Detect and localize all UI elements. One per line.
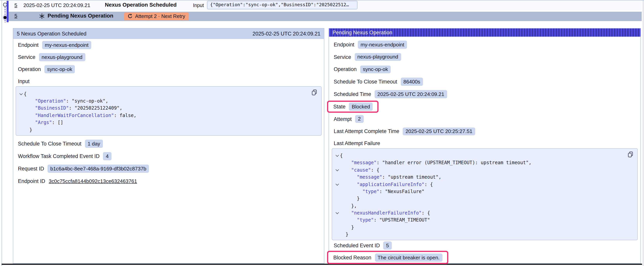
code-text: } [340,225,354,230]
code-text: } [24,127,32,132]
attempt-badge-label: Attempt 2 · Next Retry [135,13,185,19]
field-service: Service nexus-playground [18,51,319,63]
field-value-chip: 2025-02-25 UTC 20:25:27.51 [403,127,475,135]
code-gutter [334,155,340,156]
collapse-chevron-icon[interactable] [336,182,338,185]
code-text: "BusinessID": "20250225122409", [24,106,122,111]
field-value-chip: 2 [355,115,364,123]
bottom-divider [2,264,642,265]
field-service: Service nexus-playground [334,51,636,63]
state-highlight-box: State Blocked [327,101,378,113]
code-line: { [334,152,634,159]
copy-button[interactable] [628,151,633,158]
copy-icon [312,90,317,96]
code-gutter [334,169,340,171]
field-label: State [333,104,346,110]
code-gutter [18,93,24,95]
code-line: } [18,126,318,133]
code-text: } [340,232,348,237]
field-value-chip: b1c6a4bc-8ee7-468a-9169-df3b02c8737b [48,165,149,173]
collapse-chevron-icon[interactable] [336,154,338,157]
field-label: Operation [18,66,41,72]
code-text: "applicationFailureInfo": { [340,182,433,187]
field-label: Scheduled Time [334,91,371,97]
pending-panel-header: Pending Nexus Operation [329,28,640,37]
left-border [2,0,2,266]
code-text: { [24,91,26,97]
field-value-chip: 86400s [401,78,423,86]
copy-button[interactable] [312,90,317,96]
json-viewer-failure: { "message": "handler error (UPSTREAM_TI… [332,148,638,240]
field-value-chip: 5 [384,241,392,249]
attempt-badge: Attempt 2 · Next Retry [124,12,189,20]
field-label: Request ID [18,166,44,172]
code-line: "type": "NexusFailure" [334,188,634,195]
field-label: Workflow Task Completed Event ID [18,153,100,159]
asterisk-icon [39,13,45,19]
code-text: }, [340,203,357,208]
event-row-scheduled[interactable]: 5 2025-02-25 UTC 20:24:09.21 Nexus Opera… [8,1,642,10]
field-value-chip: 1 day [85,140,103,148]
code-text: "type": "NexusFailure" [340,189,424,194]
code-text: "cause": { [340,167,379,173]
field-value-chip: sync-op-ok [360,65,391,73]
field-blocked-reason: Blocked Reason The circuit breaker is op… [334,251,636,264]
code-line: { [18,90,318,98]
event-title: Nexus Operation Scheduled [105,2,176,8]
field-endpoint: Endpoint my-nexus-endpoint [334,39,636,51]
copy-icon [628,151,633,158]
collapse-chevron-icon[interactable] [336,211,338,214]
pending-panel-body: Endpoint my-nexus-endpoint Service nexus… [329,39,640,264]
pending-operation-panel: Pending Nexus Operation Endpoint my-nexu… [329,28,641,264]
scheduled-panel-body: Endpoint my-nexus-endpoint Service nexus… [13,39,324,188]
failure-section-label: Last Attempt Failure [334,138,636,148]
field-endpoint: Endpoint my-nexus-endpoint [18,39,319,51]
code-line: "nexusHandlerFailureInfo": { [334,209,634,217]
scrollbar-track[interactable] [643,1,644,266]
code-line: "type": "UPSTREAM_TIMEOUT" [334,217,634,224]
code-text: "Operation": "sync-op-ok", [24,98,108,104]
field-workflow-task-completed-event-id: Workflow Task Completed Event ID 4 [18,150,319,162]
top-border [0,0,644,1]
json-viewer-input: { "Operation": "sync-op-ok", "BusinessID… [16,86,322,136]
code-line: } [334,231,634,238]
field-attempt: Attempt 2 [334,113,636,125]
code-line: "BusinessID": "20250225122409", [18,105,318,112]
code-text: "HandlerWaitForCancellation": false, [24,113,136,118]
field-label: Endpoint [334,42,354,48]
pending-event-title: Pending Nexus Operation [48,13,113,19]
event-timestamp: 2025-02-25 UTC 20:24:09.21 [24,3,90,9]
field-label: Last Attempt Complete Time [334,129,399,134]
field-scheduled-event-id: Scheduled Event ID 5 [334,241,636,250]
field-label: Operation [334,67,357,72]
code-line: } [334,195,634,202]
collapse-chevron-icon[interactable] [19,92,22,95]
event-history-view: 5 2025-02-25 UTC 20:24:09.21 Nexus Opera… [0,0,644,266]
code-line: "cause": { [334,166,634,174]
event-id-link[interactable]: 5 [14,2,17,8]
code-line: "message": "handler error (UPSTREAM_TIME… [334,159,634,166]
code-line: "applicationFailureInfo": { [334,181,634,188]
field-request-id: Request ID b1c6a4bc-8ee7-468a-9169-df3b0… [18,162,319,175]
field-scheduled-time: Scheduled Time 2025-02-25 UTC 20:24:09.2… [334,88,636,100]
field-schedule-to-close-timeout: Schedule To Close Timeout 1 day [18,137,319,150]
code-text: } [340,196,360,201]
code-line: "HandlerWaitForCancellation": false, [18,112,318,119]
event-id-link[interactable]: 5 [14,13,17,19]
code-text: { [340,153,343,158]
timeline-node-open [3,3,7,7]
field-value-chip: 2025-02-25 UTC 20:24:09.21 [375,90,447,98]
field-label: Scheduled Event ID [334,242,380,248]
event-row-pending[interactable]: 5 Pending Nexus Operation Attempt 2 · Ne… [8,12,642,21]
field-value-chip: my-nexus-endpoint [42,41,91,49]
code-text: "Args": [] [24,120,63,125]
code-text: "message": "upstream timeout", [340,174,441,180]
code-line: } [334,224,634,231]
collapse-chevron-icon[interactable] [336,168,338,171]
scheduled-panel-header: 5 Nexus Operation Scheduled 2025-02-25 U… [13,28,324,39]
state-value-chip: Blocked [349,103,373,111]
field-last-attempt-complete-time: Last Attempt Complete Time 2025-02-25 UT… [334,125,636,138]
endpoint-id-link[interactable]: 3c0c75ccfa8144b092c13ce632463761 [49,178,137,184]
retry-icon [128,14,133,19]
field-value-chip: 4 [103,152,112,160]
